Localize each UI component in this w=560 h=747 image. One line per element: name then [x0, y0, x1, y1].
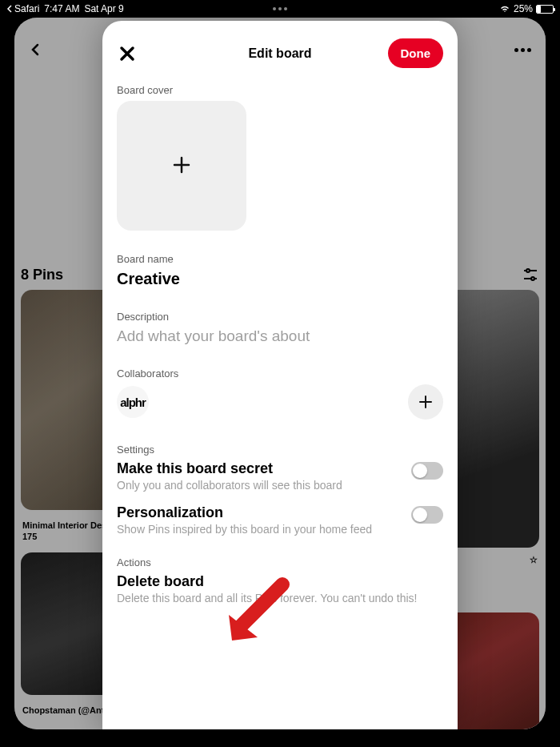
board-name-label: Board name: [117, 253, 443, 265]
secret-board-subtitle: Only you and collaborators will see this…: [117, 479, 403, 492]
board-cover-label: Board cover: [117, 84, 443, 96]
board-cover-add[interactable]: [117, 101, 246, 231]
status-time: 7:47 AM: [44, 3, 79, 14]
secret-toggle[interactable]: [411, 462, 443, 480]
done-button[interactable]: Done: [388, 38, 444, 68]
secret-board-title: Make this board secret: [117, 460, 403, 477]
collaborators-label: Collaborators: [117, 367, 443, 380]
wifi-icon: [499, 5, 510, 13]
personalization-subtitle: Show Pins inspired by this board in your…: [117, 523, 403, 536]
personalization-toggle[interactable]: [411, 506, 443, 524]
actions-label: Actions: [117, 556, 443, 568]
description-label: Description: [117, 311, 443, 323]
plus-icon: [172, 151, 191, 181]
settings-label: Settings: [117, 444, 443, 456]
modal-title: Edit board: [248, 46, 311, 61]
board-name-input[interactable]: Creative: [117, 270, 443, 288]
delete-board-title: Delete board: [117, 573, 443, 590]
close-button[interactable]: [117, 43, 138, 64]
back-to-app[interactable]: Safari: [6, 3, 39, 14]
status-bar: Safari 7:47 AM Sat Apr 9 25%: [0, 0, 560, 18]
edit-board-modal: Edit board Done Board cover Board name C…: [102, 21, 458, 729]
multitask-dots[interactable]: [273, 7, 287, 10]
delete-board-subtitle: Delete this board and all its Pins forev…: [117, 592, 443, 604]
description-input[interactable]: Add what your board's about: [117, 327, 443, 345]
battery-percent: 25%: [514, 3, 533, 14]
delete-board-action[interactable]: Delete board Delete this board and all i…: [117, 573, 443, 604]
collaborator-avatar[interactable]: alphr: [117, 386, 149, 418]
add-collaborator-button[interactable]: [408, 384, 443, 420]
personalization-title: Personalization: [117, 504, 403, 521]
status-date: Sat Apr 9: [84, 3, 123, 14]
battery-icon: [536, 5, 554, 14]
